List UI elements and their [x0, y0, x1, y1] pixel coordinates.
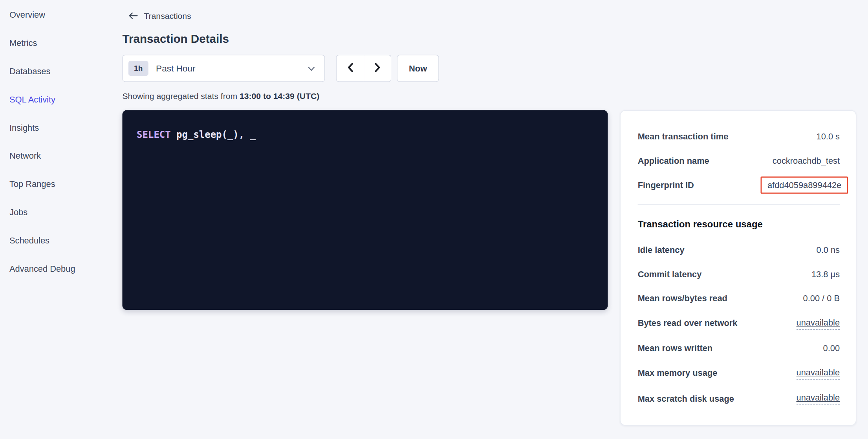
time-range-badge: 1h — [128, 61, 148, 76]
detail-value-fingerprint-id: afdd4059a899442e — [761, 177, 848, 194]
details-content: SELECT pg_sleep(_), _ Mean transaction t… — [122, 110, 868, 425]
sidebar-item-metrics[interactable]: Metrics — [9, 37, 123, 49]
detail-row-max-scratch-disk-usage: Max scratch disk usage unavailable — [638, 392, 840, 405]
detail-label: Idle latency — [638, 244, 685, 256]
sql-statement-text: pg_sleep(_), _ — [171, 129, 256, 140]
summary-rows: Mean transaction time 10.0 s Application… — [638, 131, 840, 191]
transaction-details-card: Mean transaction time 10.0 s Application… — [620, 110, 857, 425]
chevron-down-icon — [308, 63, 315, 73]
sql-statement-box: SELECT pg_sleep(_), _ — [122, 110, 608, 310]
resource-rows: Idle latency 0.0 ns Commit latency 13.8 … — [638, 244, 840, 405]
detail-value-mean-transaction-time: 10.0 s — [817, 131, 840, 143]
detail-row-application-name: Application name cockroachdb_test — [638, 155, 840, 167]
detail-row-mean-rows-bytes-read: Mean rows/bytes read 0.00 / 0 B — [638, 292, 840, 304]
detail-row-commit-latency: Commit latency 13.8 µs — [638, 268, 840, 280]
back-arrow-icon — [128, 12, 138, 19]
sidebar-item-overview[interactable]: Overview — [9, 8, 123, 21]
detail-value-idle-latency: 0.0 ns — [817, 244, 840, 256]
chevron-right-icon — [374, 62, 381, 74]
detail-value-mean-rows-bytes-read: 0.00 / 0 B — [803, 292, 840, 304]
breadcrumb-label: Transactions — [144, 11, 191, 20]
detail-value-commit-latency: 13.8 µs — [811, 268, 840, 280]
aggregation-status: Showing aggregated stats from 13:00 to 1… — [122, 91, 868, 101]
time-range-pager — [336, 55, 392, 82]
detail-row-fingerprint-id: Fingerprint ID afdd4059a899442e — [638, 179, 840, 191]
time-range-label: Past Hour — [156, 63, 308, 73]
aggregation-status-prefix: Showing aggregated stats from — [122, 91, 240, 101]
main-content: Transactions Transaction Details 1h Past… — [122, 0, 868, 439]
detail-label: Max memory usage — [638, 367, 718, 379]
sidebar-item-insights[interactable]: Insights — [9, 121, 123, 134]
detail-value-application-name: cockroachdb_test — [773, 155, 840, 167]
detail-label: Bytes read over network — [638, 317, 738, 329]
detail-value-mean-rows-written: 0.00 — [823, 342, 840, 354]
sidebar-item-advanced-debug[interactable]: Advanced Debug — [9, 262, 123, 275]
detail-row-max-memory-usage: Max memory usage unavailable — [638, 366, 840, 379]
detail-value-max-memory-usage: unavailable — [797, 366, 840, 379]
sidebar-item-top-ranges[interactable]: Top Ranges — [9, 177, 123, 190]
detail-label: Fingerprint ID — [638, 179, 694, 191]
sidebar: Overview Metrics Databases SQL Activity … — [0, 0, 122, 439]
detail-label: Application name — [638, 155, 709, 167]
detail-label: Mean transaction time — [638, 131, 729, 143]
now-button[interactable]: Now — [397, 55, 439, 82]
sidebar-item-jobs[interactable]: Jobs — [9, 206, 123, 218]
detail-label: Commit latency — [638, 268, 702, 280]
app-root: Overview Metrics Databases SQL Activity … — [0, 0, 868, 439]
next-range-button[interactable] — [364, 55, 391, 82]
detail-label: Mean rows/bytes read — [638, 292, 727, 304]
detail-label: Mean rows written — [638, 342, 713, 354]
time-toolbar: 1h Past Hour — [122, 55, 868, 82]
sidebar-item-network[interactable]: Network — [9, 150, 123, 162]
detail-value-bytes-read-over-network: unavailable — [797, 316, 840, 329]
aggregation-status-range: 13:00 to 14:39 (UTC) — [240, 91, 319, 101]
detail-row-mean-transaction-time: Mean transaction time 10.0 s — [638, 131, 840, 143]
resource-usage-title: Transaction resource usage — [638, 219, 840, 230]
sidebar-item-sql-activity[interactable]: SQL Activity — [9, 93, 123, 106]
detail-label: Max scratch disk usage — [638, 393, 734, 404]
time-range-select[interactable]: 1h Past Hour — [122, 55, 325, 82]
chevron-left-icon — [347, 62, 353, 74]
card-divider — [638, 204, 840, 205]
detail-row-bytes-read-over-network: Bytes read over network unavailable — [638, 316, 840, 329]
breadcrumb[interactable]: Transactions — [128, 11, 191, 20]
sidebar-item-databases[interactable]: Databases — [9, 65, 123, 77]
previous-range-button[interactable] — [336, 55, 364, 82]
sql-keyword: SELECT — [137, 129, 171, 140]
detail-row-mean-rows-written: Mean rows written 0.00 — [638, 342, 840, 354]
detail-value-max-scratch-disk-usage: unavailable — [797, 392, 840, 405]
sidebar-item-schedules[interactable]: Schedules — [9, 234, 123, 247]
detail-row-idle-latency: Idle latency 0.0 ns — [638, 244, 840, 256]
page-title: Transaction Details — [122, 32, 868, 46]
